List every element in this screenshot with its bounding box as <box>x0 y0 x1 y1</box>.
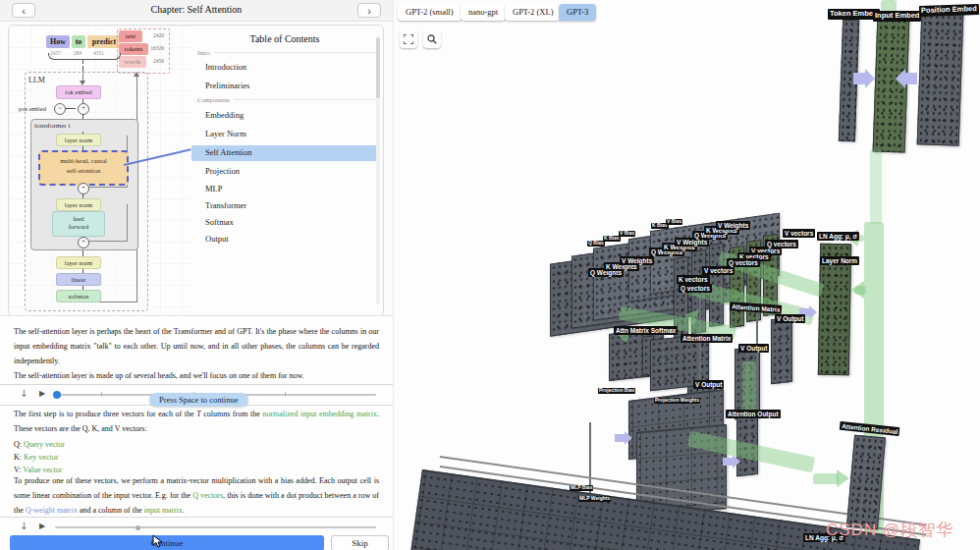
viz-label-v-weights: V Weights <box>620 256 654 265</box>
viz-label-attn-matrix-softmax: Attn Matrix Softmax <box>614 326 678 335</box>
3d-viewport[interactable]: Token Embed Input Embed Position Embed Q… <box>393 0 980 550</box>
play-icon[interactable]: ▶ <box>39 389 45 398</box>
text-run: The first step is to produce three vecto… <box>14 410 196 418</box>
progress-tick <box>285 392 286 397</box>
layer-norm-box: layer norm <box>56 134 101 146</box>
press-space-button[interactable]: Press Space to continue <box>149 393 248 407</box>
link-q-weight-matrix[interactable]: Q-weight matrix <box>26 506 78 515</box>
viz-label-projection-weights: Projection Weights <box>654 398 700 404</box>
linear-box: linear <box>56 273 101 286</box>
v-output-column[interactable] <box>771 317 792 384</box>
toc-section-label: Intro <box>197 49 210 56</box>
toc-item-embedding[interactable]: Embedding <box>205 110 378 120</box>
link-query-vector[interactable]: Query vector <box>24 440 65 449</box>
viz-label-mlp-weights: MLP Weights <box>578 496 611 502</box>
viz-label-v-bias: V Bias <box>666 219 682 225</box>
position-embed-matrix[interactable] <box>917 12 964 145</box>
toc-item-layer-norm[interactable]: Layer Norm <box>205 129 378 138</box>
toc-item-projection[interactable]: Projection <box>205 166 378 176</box>
transformer-label: transformer i <box>34 122 70 130</box>
bias-pole <box>756 295 758 417</box>
residual-line <box>87 241 128 242</box>
divider <box>234 99 376 100</box>
bias-pole <box>589 422 591 493</box>
feed-line1: feed <box>53 215 104 222</box>
brace <box>48 53 121 60</box>
viz-label-attention-matrix: Attention Matrix <box>681 334 733 343</box>
search-button[interactable] <box>423 30 441 48</box>
toc-title: Table of Contents <box>191 33 378 44</box>
continue-button[interactable]: Continue <box>10 535 324 550</box>
link-input-matrix[interactable]: input matrix <box>143 506 182 515</box>
fullscreen-icon <box>404 34 413 44</box>
flow-arrowhead <box>843 281 864 299</box>
paragraph: The self-attention layer is perhaps the … <box>14 324 379 368</box>
token-chip: to <box>72 35 85 48</box>
toc-item-mlp[interactable]: MLP <box>205 184 378 193</box>
qkv-row: K: Key vector <box>14 453 58 462</box>
attention-line1: multi-head, causal <box>40 157 127 164</box>
tab-nano-gpt[interactable]: nano-gpt <box>461 4 506 21</box>
paragraph: To produce one of these vectors, we perf… <box>14 473 379 518</box>
tab-gpt3[interactable]: GPT-3 <box>559 4 596 21</box>
purple-arrow-icon <box>853 73 865 84</box>
chapter-panel: ‹ Chapter: Self Attention › How to predi… <box>0 0 394 550</box>
token-chip: predict <box>87 35 121 48</box>
progress-handle[interactable] <box>136 525 140 530</box>
viz-label-v-output: V Output <box>693 380 724 389</box>
feed-forward-box: feed forward <box>52 211 105 237</box>
scroll-down-icon[interactable]: ↓ <box>20 521 27 531</box>
watermark: CSDN @段智华 <box>826 519 953 541</box>
toc-item-output[interactable]: Output <box>205 234 378 244</box>
toc-scrollbar-thumb[interactable] <box>376 37 380 98</box>
progress-handle[interactable] <box>53 391 61 399</box>
q-prefix: Q: <box>14 440 22 449</box>
text-run: columns from the <box>201 410 263 418</box>
connector-line <box>66 108 76 109</box>
predicted-token-id: 16326 <box>138 45 164 51</box>
play-icon[interactable]: ▶ <box>39 522 45 530</box>
self-attention-box[interactable]: multi-head, causal self-attention <box>38 150 129 186</box>
toc-item-softmax[interactable]: Softmax <box>205 217 378 227</box>
chapter-title: Chapter: Self Attention <box>0 4 393 15</box>
purple-arrow-icon <box>615 434 625 442</box>
residual-line <box>127 204 128 242</box>
skip-button[interactable]: Skip <box>331 535 389 550</box>
progress-tick <box>101 392 102 397</box>
toc-item-self-attention[interactable]: Self Attention <box>205 147 378 157</box>
toc-item-introduction[interactable]: Introduction <box>205 62 378 72</box>
wave-icon: ~ <box>54 103 66 115</box>
chapter-header: ‹ Chapter: Self Attention › <box>0 0 393 22</box>
toc-item-preliminaries[interactable]: Preliminaries <box>205 81 378 90</box>
scroll-down-icon[interactable]: ↓ <box>20 388 27 399</box>
data-flow-arrow <box>813 473 839 484</box>
link-q-vectors[interactable]: Q vectors <box>192 491 223 500</box>
attention-line2: self-attention <box>40 167 127 174</box>
plus-icon: + <box>78 183 89 194</box>
toc-section-components: Components <box>197 96 376 103</box>
layer-norm-box: layer norm <box>56 198 101 211</box>
viz-label-token-embed: Token Embed <box>828 9 880 20</box>
fullscreen-button[interactable] <box>400 30 417 48</box>
predicted-token-id: 2456 <box>138 58 164 64</box>
progress-track[interactable] <box>55 526 376 528</box>
purple-arrow-icon <box>723 458 733 466</box>
data-flow-pipe <box>870 149 882 224</box>
tab-gpt2-small[interactable]: GPT-2 (small) <box>398 4 462 21</box>
llm-label: LLM <box>28 76 45 84</box>
tab-gpt2-xl[interactable]: GPT-2 (XL) <box>505 4 561 21</box>
overview-panel: How to predict 2437 284 4331 text tokens… <box>8 25 384 317</box>
link-normalized-input-embedding-matrix[interactable]: normalized input embedding matrix <box>262 410 377 418</box>
purple-arrow-icon <box>905 73 917 84</box>
walkthrough-text: The self-attention layer is perhaps the … <box>0 315 393 550</box>
plus-icon: + <box>78 103 89 115</box>
viz-label-attention-output: Attention Output <box>726 410 781 418</box>
toc-item-transformer[interactable]: Transformer <box>205 200 378 210</box>
link-key-vector[interactable]: Key vector <box>24 453 58 462</box>
paragraph: The self-attention layer is made up of s… <box>14 368 379 383</box>
token-chip: How <box>46 35 70 48</box>
viz-label-v-output: V Output <box>775 314 805 323</box>
k-prefix: K: <box>14 453 22 462</box>
next-chapter-button[interactable]: › <box>357 3 381 18</box>
feed-line2: forward <box>53 223 104 230</box>
